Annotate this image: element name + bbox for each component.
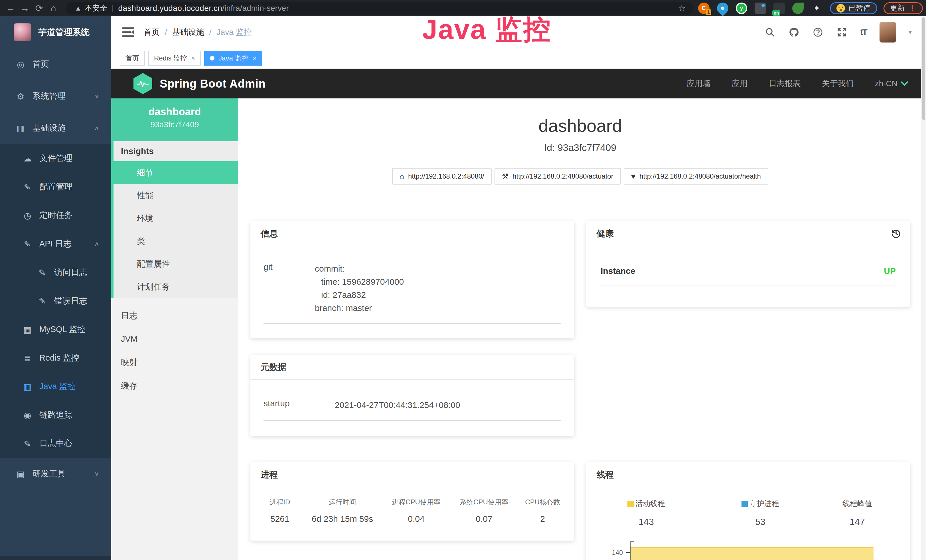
- startup-value: 2021-04-27T00:44:31.254+08:00: [335, 398, 460, 412]
- y-axis-tickmark: [626, 552, 630, 553]
- switch-extension-icon[interactable]: on: [773, 3, 785, 14]
- browser-update-button[interactable]: 更新 ⋮: [884, 2, 923, 14]
- sba-item-metrics[interactable]: 性能: [113, 184, 238, 207]
- service-url: http://192.168.0.2:48080/: [408, 172, 484, 180]
- sba-item-mappings[interactable]: 映射: [111, 351, 238, 374]
- tab-home[interactable]: 首页: [120, 51, 145, 66]
- process-value: 2: [518, 514, 567, 524]
- sidebar-item-system[interactable]: ⚙ 系统管理 ∨: [0, 80, 111, 112]
- app-title: 芋道管理系统: [38, 27, 89, 38]
- git-info-row: git commit: time: 1596289704000 id: 27aa…: [263, 262, 561, 324]
- sidebar-item-error-log[interactable]: ✎ 错误日志: [0, 287, 111, 315]
- home-icon: ⌂: [399, 172, 404, 181]
- sba-item-config-properties[interactable]: 配置属性: [113, 253, 238, 275]
- sba-nav-journal[interactable]: 日志报表: [769, 78, 801, 89]
- sba-brand-title[interactable]: Spring Boot Admin: [160, 77, 265, 90]
- page-scrollbar[interactable]: [921, 16, 926, 560]
- sidebar-item-mysql-monitor[interactable]: ▦ MySQL 监控: [0, 315, 111, 344]
- bookmark-star-icon[interactable]: ☆: [678, 3, 685, 13]
- sba-item-caches[interactable]: 缓存: [111, 374, 238, 397]
- sidebar-item-api-log[interactable]: ✎ API 日志 ∧: [0, 230, 111, 258]
- info-card: 信息 git commit: time: 1596289704000 id: 2…: [250, 221, 574, 338]
- sidebar-item-redis-monitor[interactable]: ≣ Redis 监控: [0, 344, 111, 372]
- sidebar-item-log-center[interactable]: ✎ 日志中心: [0, 429, 111, 458]
- sidebar-item-trace[interactable]: ◉ 链路追踪: [0, 401, 111, 429]
- user-caret-down-icon[interactable]: ▾: [909, 29, 912, 36]
- process-value: 0.04: [383, 514, 450, 524]
- help-icon[interactable]: [812, 27, 824, 38]
- browser-home-icon[interactable]: ⌂: [46, 3, 61, 14]
- sidebar-item-scheduled-jobs[interactable]: ◷ 定时任务: [0, 201, 111, 230]
- admin-menu: ◎ 首页 ⚙ 系统管理 ∨ ▥ 基础设施 ∧ ☁ 文件管理 ✎ 配置管: [0, 48, 111, 490]
- sba-insights-group: Insights 细节 性能 环境 类 配置属性 计划任务: [111, 141, 238, 298]
- sba-nav-about[interactable]: 关于我们: [822, 78, 854, 89]
- address-bar[interactable]: ▲ 不安全 | dashboard.yudao.iocoder.cn /infr…: [66, 2, 693, 15]
- search-icon[interactable]: [764, 27, 776, 38]
- sba-item-details[interactable]: 细节: [113, 161, 238, 184]
- close-icon[interactable]: ×: [191, 54, 195, 62]
- browser-menu-dots-icon[interactable]: ⋮: [908, 3, 916, 13]
- sba-nav-applications[interactable]: 应用: [732, 78, 748, 89]
- sidebar-item-label: 访问日志: [54, 267, 87, 278]
- insecure-warning-icon: ▲: [75, 4, 82, 12]
- sidebar-item-java-monitor[interactable]: ▥ Java 监控: [0, 372, 111, 401]
- fullscreen-icon[interactable]: [836, 27, 847, 38]
- sidebar-item-label: API 日志: [39, 238, 71, 250]
- sidebar-collapse-icon[interactable]: [122, 27, 134, 37]
- history-icon[interactable]: [891, 228, 902, 240]
- threads-legend: 活动线程 143 守护进程 53: [586, 499, 910, 527]
- sidebar-item-config-manage[interactable]: ✎ 配置管理: [0, 173, 111, 201]
- service-url-button[interactable]: ⌂ http://192.168.0.2:48080/: [392, 168, 492, 185]
- instance-id-subtitle: Id: 93a3fc7f7409: [250, 142, 910, 153]
- user-avatar[interactable]: [879, 22, 896, 42]
- extensions-puzzle-icon[interactable]: ✦: [811, 3, 823, 14]
- sba-instance-header[interactable]: dashboard 93a3fc7f7409: [111, 98, 238, 141]
- font-size-icon[interactable]: tT: [860, 27, 867, 37]
- security-label[interactable]: 不安全: [85, 3, 107, 13]
- chevron-down-icon: ∨: [94, 471, 99, 477]
- tab-redis-monitor[interactable]: Redis 监控 ×: [148, 51, 201, 66]
- browser-back-icon[interactable]: ←: [3, 3, 18, 14]
- peak-threads-value: 147: [814, 517, 900, 527]
- sba-language-select[interactable]: zh-CN: [875, 79, 908, 88]
- sba-item-logfile[interactable]: 日志: [111, 304, 238, 327]
- pin-extension-icon[interactable]: [715, 0, 731, 16]
- y-axis-tick: 140: [604, 549, 623, 557]
- scrollbar-thumb[interactable]: [922, 17, 925, 120]
- daemon-threads-swatch: [741, 501, 748, 507]
- github-icon[interactable]: [788, 27, 800, 38]
- sidebar-item-access-log[interactable]: ✎ 访问日志: [0, 258, 111, 287]
- close-icon[interactable]: ×: [253, 54, 256, 62]
- sba-item-jvm[interactable]: JVM: [111, 327, 238, 351]
- sba-item-classes[interactable]: 类: [113, 230, 238, 253]
- sidebar-item-label: Java 监控: [39, 381, 76, 392]
- app-logo[interactable]: 芋道管理系统: [0, 16, 111, 48]
- sba-item-scheduled-tasks[interactable]: 计划任务: [113, 275, 238, 298]
- grid-extension-icon[interactable]: [755, 3, 766, 14]
- health-url-button[interactable]: ♥ http://192.168.0.2:48080/actuator/heal…: [624, 168, 768, 185]
- browser-forward-icon[interactable]: →: [18, 3, 32, 14]
- breadcrumb-current: Java 监控: [217, 27, 252, 38]
- tab-java-monitor[interactable]: Java 监控 ×: [204, 51, 262, 66]
- toolbox-icon: ▣: [15, 469, 26, 479]
- process-value: 0.07: [450, 514, 518, 524]
- y-extension-icon[interactable]: y: [736, 3, 747, 14]
- browser-reload-icon[interactable]: ⟳: [32, 3, 46, 14]
- sidebar-item-dev-tools[interactable]: ▣ 研发工具 ∨: [0, 458, 111, 490]
- sba-item-environment[interactable]: 环境: [113, 207, 238, 230]
- breadcrumb-home[interactable]: 首页: [144, 27, 160, 38]
- sidebar-item-home[interactable]: ◎ 首页: [0, 48, 111, 80]
- breadcrumb-infra[interactable]: 基础设施: [172, 27, 204, 38]
- leaf-extension-icon[interactable]: [792, 3, 803, 14]
- sba-nav-wallboard[interactable]: 应用墙: [687, 78, 711, 89]
- sidebar-item-infra[interactable]: ▥ 基础设施 ∧: [0, 112, 111, 144]
- admin-sidebar: 芋道管理系统 ◎ 首页 ⚙ 系统管理 ∨ ▥ 基础设施 ∧ ☁ 文件管理: [0, 16, 111, 560]
- active-threads-area: [631, 547, 873, 560]
- threads-card: 线程 活动线程 143: [586, 462, 910, 560]
- sidebar-item-file-manage[interactable]: ☁ 文件管理: [0, 144, 111, 173]
- process-value: 5261: [257, 514, 303, 524]
- extension-c-icon[interactable]: C 1: [698, 3, 710, 14]
- profile-paused-chip[interactable]: 已暂停: [830, 2, 877, 14]
- health-card: 健康 Instance UP: [586, 221, 910, 307]
- actuator-url-button[interactable]: ⚒ http://192.168.0.2:48080/actuator: [495, 168, 621, 185]
